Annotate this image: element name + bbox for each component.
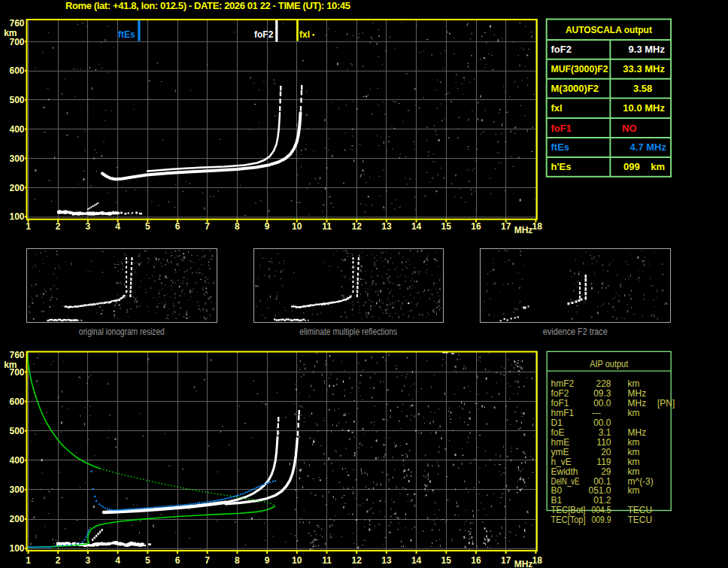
svg-text:110: 110 <box>596 437 611 448</box>
svg-text:foF2: foF2 <box>551 388 569 399</box>
svg-text:1: 1 <box>26 555 31 566</box>
svg-text:hmF1: hmF1 <box>551 408 575 418</box>
svg-text:3.1: 3.1 <box>599 427 611 438</box>
svg-text:2: 2 <box>56 221 61 232</box>
svg-text:228: 228 <box>596 378 611 389</box>
svg-text:09.3: 09.3 <box>593 388 611 399</box>
svg-text:TECU: TECU <box>628 515 653 525</box>
svg-text:400: 400 <box>9 124 24 135</box>
svg-text:8: 8 <box>235 221 240 232</box>
svg-text:4.7 MHz: 4.7 MHz <box>630 141 667 153</box>
svg-text:MHz: MHz <box>514 225 533 235</box>
svg-text:ftEs: ftEs <box>118 29 135 40</box>
svg-text:18: 18 <box>532 555 543 566</box>
svg-text:Ewidth: Ewidth <box>551 466 578 477</box>
svg-text:9: 9 <box>265 555 270 566</box>
svg-text:14: 14 <box>411 221 422 232</box>
svg-text:hmF2: hmF2 <box>551 378 575 389</box>
svg-text:B1: B1 <box>551 495 563 506</box>
svg-text:9: 9 <box>265 221 270 232</box>
svg-text:11: 11 <box>322 555 332 566</box>
svg-text:km: km <box>4 360 17 370</box>
svg-text:MUF(3000)F2: MUF(3000)F2 <box>551 63 608 74</box>
svg-text:B0: B0 <box>551 485 563 496</box>
svg-text:400: 400 <box>9 455 24 466</box>
svg-text:600: 600 <box>9 65 24 76</box>
svg-text:17: 17 <box>501 555 511 566</box>
svg-text:12: 12 <box>352 555 362 566</box>
svg-text:fxl: fxl <box>299 29 310 40</box>
svg-text:4: 4 <box>115 221 120 232</box>
svg-text:foF2: foF2 <box>551 44 572 55</box>
svg-text:km: km <box>628 378 640 389</box>
svg-text:km: km <box>628 447 640 457</box>
svg-text:15: 15 <box>441 555 452 566</box>
svg-text:17: 17 <box>501 221 511 232</box>
svg-text:10: 10 <box>292 555 302 566</box>
svg-text:700: 700 <box>9 37 24 47</box>
svg-text:00.0: 00.0 <box>593 418 611 428</box>
svg-text:16: 16 <box>471 221 481 232</box>
svg-text:ftEs: ftEs <box>551 141 570 153</box>
svg-text:12: 12 <box>352 221 362 232</box>
svg-text:foF1: foF1 <box>551 123 572 134</box>
svg-text:5: 5 <box>145 221 150 232</box>
svg-text:M(3000)F2: M(3000)F2 <box>551 83 599 94</box>
svg-text:200: 200 <box>9 183 24 193</box>
svg-text:29: 29 <box>601 466 611 477</box>
svg-text:4: 4 <box>115 555 120 566</box>
svg-text:km: km <box>628 485 640 496</box>
svg-text:20: 20 <box>601 447 611 457</box>
svg-text:hmE: hmE <box>551 437 570 448</box>
svg-text:Rome (lat: +41.8, lon: 012.5): Rome (lat: +41.8, lon: 012.5) - DATE: 20… <box>65 0 350 11</box>
svg-text:100: 100 <box>9 211 24 222</box>
svg-text:D1: D1 <box>551 418 563 428</box>
svg-text:500: 500 <box>9 95 24 105</box>
svg-text:33.3 MHz: 33.3 MHz <box>623 63 665 74</box>
svg-text:11: 11 <box>322 221 332 232</box>
svg-text:18: 18 <box>532 221 543 232</box>
svg-text:DelN_vE: DelN_vE <box>551 476 580 487</box>
svg-text:300: 300 <box>9 484 24 495</box>
svg-text:200: 200 <box>9 514 24 524</box>
svg-text:00.1: 00.1 <box>593 476 611 487</box>
svg-text:15: 15 <box>441 221 452 232</box>
svg-text:km: km <box>628 457 640 467</box>
svg-text:16: 16 <box>471 555 481 566</box>
svg-text:m^(-3): m^(-3) <box>628 476 654 487</box>
svg-text:051.0: 051.0 <box>588 485 611 496</box>
svg-text:km: km <box>628 466 640 477</box>
svg-text:original ionogram resized: original ionogram resized <box>79 327 165 337</box>
svg-text:h_vE: h_vE <box>551 457 572 467</box>
svg-text:100: 100 <box>9 543 24 554</box>
svg-text:119: 119 <box>596 457 611 467</box>
svg-text:evidence F2 trace: evidence F2 trace <box>543 327 608 337</box>
svg-text:TECU: TECU <box>628 505 653 515</box>
svg-text:MHz: MHz <box>628 388 647 399</box>
svg-text:300: 300 <box>9 153 24 164</box>
svg-text:7: 7 <box>205 221 210 232</box>
svg-text:km: km <box>628 437 640 448</box>
svg-text:8: 8 <box>235 555 240 566</box>
svg-text:2: 2 <box>56 555 61 566</box>
svg-text:h'Es: h'Es <box>551 161 572 172</box>
svg-text:600: 600 <box>9 396 24 407</box>
svg-text:01.2: 01.2 <box>593 495 611 506</box>
svg-text:fxl: fxl <box>551 102 563 114</box>
svg-text:km: km <box>628 408 640 418</box>
svg-text:ymE: ymE <box>551 447 569 457</box>
svg-text:13: 13 <box>381 221 392 232</box>
svg-text:MHz: MHz <box>514 559 533 568</box>
svg-text:6: 6 <box>175 555 180 566</box>
svg-text:---: --- <box>592 408 601 418</box>
svg-text:099 km: 099 km <box>623 161 665 172</box>
svg-text:13: 13 <box>381 555 392 566</box>
svg-text:10.0 MHz: 10.0 MHz <box>623 102 665 114</box>
svg-text:TEC[Bot]: TEC[Bot] <box>551 505 586 515</box>
svg-text:MHz: MHz <box>628 398 647 409</box>
svg-text:foF1: foF1 <box>551 398 569 409</box>
svg-text:10: 10 <box>292 221 302 232</box>
svg-text:TEC[Top]: TEC[Top] <box>551 515 586 525</box>
svg-text:AUTOSCALA output: AUTOSCALA output <box>566 24 653 35</box>
svg-text:6: 6 <box>175 221 180 232</box>
